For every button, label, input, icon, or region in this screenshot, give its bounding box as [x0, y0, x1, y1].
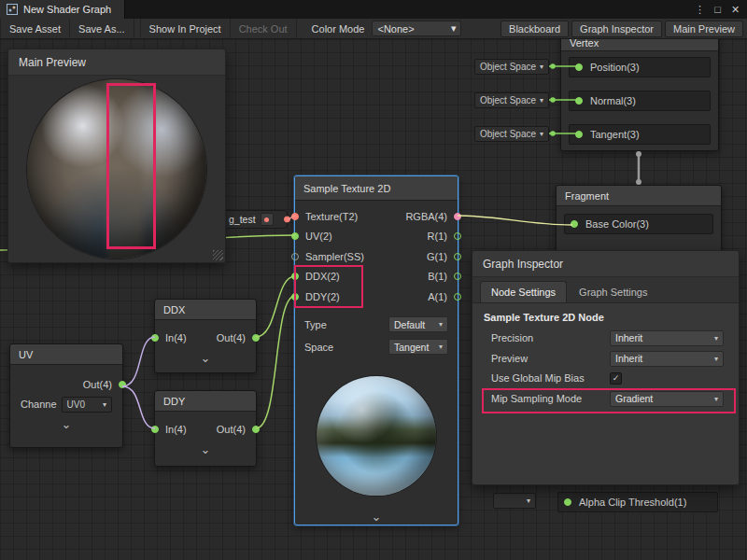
port-uv-out[interactable] — [119, 381, 126, 388]
port-ddx-in[interactable] — [291, 273, 299, 280]
ddy-node[interactable]: DDY In(4) Out(4) ⌄ — [154, 390, 257, 467]
ddy-in-label: In(4) — [165, 424, 187, 435]
mip-mode-dropdown[interactable]: Gradient ▾ — [610, 391, 724, 407]
property-out-port[interactable] — [284, 217, 290, 223]
uv-out-label: Out(4) — [83, 379, 112, 390]
space-label: Space — [304, 342, 333, 353]
texture-chip-icon — [261, 213, 274, 226]
uv-node-title: UV — [10, 344, 122, 365]
port-ddy-node-in[interactable] — [151, 426, 159, 433]
preview-row: Preview Inherit ▾ — [472, 348, 739, 369]
fragment-port-alphaclip[interactable]: Alpha Clip Threshold(1) — [557, 492, 718, 512]
port-normal-icon[interactable] — [575, 97, 583, 105]
dropdown-arrow-icon: ▾ — [527, 497, 530, 505]
vertex-port-tangent[interactable]: Tangent(3) — [569, 124, 711, 145]
save-as-button[interactable]: Save As... — [70, 19, 134, 39]
titlebar: New Shader Graph ⋮ □ ✕ — [0, 0, 747, 19]
port-ddx-node-in[interactable] — [151, 334, 159, 342]
vertex-node[interactable]: Vertex Position(3) Normal(3) Tangent(3) — [560, 34, 719, 151]
preview-label: Preview — [491, 353, 610, 364]
port-a-out[interactable] — [454, 293, 461, 301]
main-preview-toggle[interactable]: Main Preview — [665, 21, 743, 37]
mip-bias-checkbox[interactable]: ✓ — [610, 372, 622, 385]
fragment-node-title: Fragment — [557, 186, 721, 206]
window-tab[interactable]: New Shader Graph — [0, 0, 125, 19]
toolbar: Save Asset Save As... Show In Project Ch… — [0, 19, 747, 39]
window-title: New Shader Graph — [23, 4, 111, 15]
mip-mode-row: Mip Sampling Mode Gradient ▾ — [472, 387, 739, 410]
vertex-port-normal-label: Normal(3) — [590, 95, 636, 106]
kebab-menu-icon[interactable]: ⋮ — [692, 1, 708, 18]
main-preview-header[interactable]: Main Preview — [8, 49, 225, 76]
precision-dropdown[interactable]: Inherit ▾ — [610, 330, 724, 346]
inspector-section-title: Sample Texture 2D Node — [472, 303, 739, 328]
dropdown-arrow-icon: ▾ — [439, 320, 443, 329]
port-g-out[interactable] — [454, 253, 461, 260]
port-basecolor-icon[interactable] — [571, 220, 578, 228]
input-uv-label: UV(2) — [305, 231, 332, 242]
main-preview-body — [8, 76, 225, 262]
port-alphaclip-icon[interactable] — [564, 498, 571, 506]
graph-inspector-panel[interactable]: Graph Inspector Node Settings Graph Sett… — [472, 250, 740, 485]
normal-space-dropdown[interactable]: Object Space ▾ — [474, 92, 549, 108]
ddy-out-label: Out(4) — [217, 424, 246, 435]
main-preview-panel[interactable]: Main Preview — [7, 49, 226, 263]
window-controls: ⋮ □ ✕ — [692, 1, 747, 18]
output-b-label: B(1) — [428, 271, 447, 282]
ddx-port-row: In(4) Out(4) — [155, 328, 256, 348]
output-r-label: R(1) — [428, 231, 447, 242]
fragment-port-basecolor-label: Base Color(3) — [585, 218, 649, 230]
maximize-icon[interactable]: □ — [710, 1, 726, 18]
port-tangent-icon[interactable] — [575, 131, 583, 138]
resize-grip-icon[interactable] — [213, 250, 223, 260]
port-texture-in[interactable] — [291, 213, 299, 220]
tab-graph-settings[interactable]: Graph Settings — [569, 282, 657, 302]
sample-texture-2d-node[interactable]: Sample Texture 2D Texture(T2) RGBA(4) UV… — [294, 175, 458, 525]
graph-inspector-toggle[interactable]: Graph Inspector — [571, 21, 662, 37]
port-uv-in[interactable] — [291, 232, 299, 240]
precision-value: Inherit — [615, 332, 642, 343]
show-in-project-button[interactable]: Show In Project — [140, 19, 231, 39]
vertex-port-position-label: Position(3) — [590, 62, 640, 73]
port-b-out[interactable] — [454, 273, 461, 280]
type-dropdown[interactable]: Default ▾ — [388, 316, 448, 332]
mip-mode-label: Mip Sampling Mode — [491, 393, 610, 404]
port-r-out[interactable] — [454, 232, 461, 240]
preview-dropdown[interactable]: Inherit ▾ — [610, 351, 724, 367]
fragment-port-alphaclip-label: Alpha Clip Threshold(1) — [579, 497, 686, 508]
port-ddy-node-out[interactable] — [252, 426, 260, 433]
type-option-row: Type Default ▾ — [295, 315, 458, 335]
collapse-chevron-icon[interactable]: ⌄ — [155, 351, 256, 365]
uv-channel-dropdown[interactable]: UV0 ▾ — [62, 397, 112, 413]
uv-node[interactable]: UV Out(4) Channe UV0 ▾ ⌄ — [9, 343, 123, 448]
collapse-chevron-icon[interactable]: ⌄ — [155, 442, 256, 456]
preview-value: Inherit — [615, 353, 642, 364]
color-mode-dropdown[interactable]: <None> ▾ — [372, 21, 461, 36]
port-rgba-out[interactable] — [454, 213, 461, 220]
port-position-icon[interactable] — [575, 63, 583, 71]
fragment-port-basecolor[interactable]: Base Color(3) — [564, 214, 713, 234]
vertex-port-normal[interactable]: Normal(3) — [569, 91, 711, 111]
close-icon[interactable]: ✕ — [727, 1, 743, 18]
port-ddy-in[interactable] — [291, 293, 299, 301]
dropdown-arrow-icon: ▾ — [714, 395, 718, 403]
dropdown-arrow-icon: ▾ — [540, 130, 543, 138]
port-ddx-node-out[interactable] — [252, 334, 260, 342]
save-asset-button[interactable]: Save Asset — [0, 19, 70, 39]
graph-inspector-header[interactable]: Graph Inspector — [472, 251, 739, 277]
collapse-chevron-icon[interactable]: ⌄ — [10, 417, 122, 431]
sample-texture-row-4: DDY(2) A(1) — [295, 287, 458, 307]
uv-channel-label: Channe — [21, 399, 57, 410]
blackboard-toggle[interactable]: Blackboard — [500, 21, 569, 37]
position-space-dropdown[interactable]: Object Space ▾ — [474, 59, 549, 75]
collapse-chevron-icon[interactable]: ⌄ — [295, 510, 458, 524]
output-a-label: A(1) — [428, 291, 447, 302]
tangent-space-dropdown[interactable]: Object Space ▾ — [474, 126, 549, 142]
ddx-node[interactable]: DDX In(4) Out(4) ⌄ — [154, 299, 257, 373]
alphaclip-value-dropdown[interactable]: ▾ — [493, 493, 536, 509]
vertex-port-position[interactable]: Position(3) — [569, 57, 711, 77]
space-dropdown[interactable]: Tangent ▾ — [388, 339, 448, 355]
port-sampler-in[interactable] — [291, 253, 299, 260]
property-node-g-test[interactable]: g_test — [222, 210, 288, 229]
tab-node-settings[interactable]: Node Settings — [480, 281, 567, 302]
